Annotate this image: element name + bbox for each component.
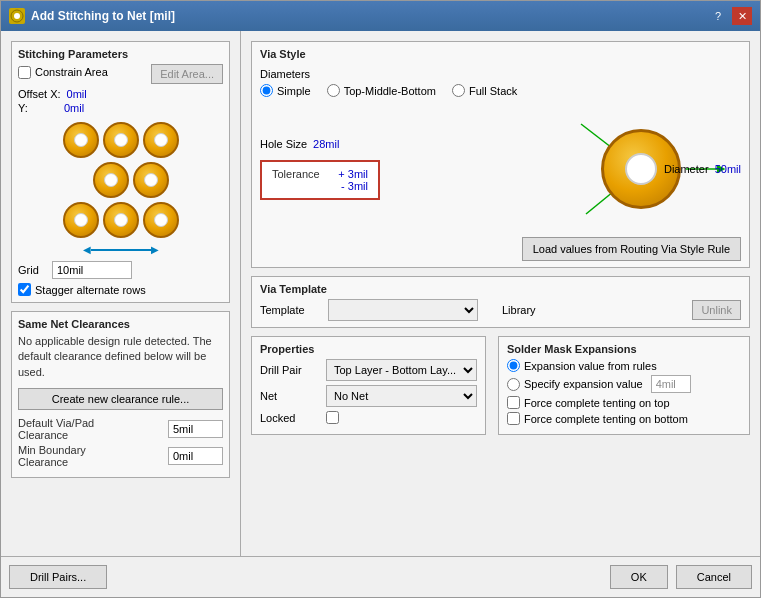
tolerance-plus-value: + 3mil: [338, 168, 368, 180]
offset-x-value: 0mil: [67, 88, 87, 100]
create-clearance-button[interactable]: Create new clearance rule...: [18, 388, 223, 410]
footer: Drill Pairs... OK Cancel: [1, 556, 760, 597]
stitching-params-section: Stitching Parameters Constrain Area Edit…: [11, 41, 230, 303]
tolerance-minus-value: - 3mil: [341, 180, 368, 192]
diameters-label: Diameters: [260, 68, 741, 80]
bottom-sections: Properties Drill Pair Top Layer - Bottom…: [251, 336, 750, 435]
template-select[interactable]: [328, 299, 478, 321]
constrain-area-row: Constrain Area: [18, 66, 108, 79]
stitching-params-title: Stitching Parameters: [18, 48, 223, 60]
via-diagram-area: Hole Size 28mil Tolerance + 3mil - 3mil: [260, 101, 741, 237]
properties-section: Properties Drill Pair Top Layer - Bottom…: [251, 336, 486, 435]
tolerance-minus-row: - 3mil: [272, 180, 368, 192]
via-row-3: [63, 202, 179, 238]
full-stack-label: Full Stack: [469, 85, 517, 97]
edit-area-button[interactable]: Edit Area...: [151, 64, 223, 84]
via-template-title: Via Template: [260, 283, 741, 295]
offset-y-row: Y: 0mil: [18, 102, 223, 114]
specify-expansion-row: Specify expansion value: [507, 375, 741, 393]
offset-x-label: Offset X:: [18, 88, 61, 100]
same-net-title: Same Net Clearances: [18, 318, 223, 330]
svg-point-1: [14, 13, 20, 19]
constrain-area-checkbox[interactable]: [18, 66, 31, 79]
via-7: [103, 202, 139, 238]
stagger-row: Stagger alternate rows: [18, 283, 223, 296]
diameter-value: 50mil: [715, 163, 741, 175]
hole-size-label: Hole Size: [260, 138, 307, 150]
unlink-button[interactable]: Unlink: [692, 300, 741, 320]
via-3: [143, 122, 179, 158]
via-diagram-container: Diameter 50mil: [541, 109, 741, 229]
offset-x-row: Offset X: 0mil: [18, 88, 223, 100]
big-via-hole: [625, 153, 657, 185]
simple-label: Simple: [277, 85, 311, 97]
min-boundary-label: Min BoundaryClearance: [18, 444, 164, 468]
net-select[interactable]: No Net: [326, 385, 477, 407]
app-icon: [9, 8, 25, 24]
solder-mask-title: Solder Mask Expansions: [507, 343, 741, 355]
via-5: [133, 162, 169, 198]
force-tenting-bottom-row: Force complete tenting on bottom: [507, 412, 741, 425]
grid-arrow: ◀ ▶: [83, 244, 159, 255]
via-row-2: [93, 162, 169, 198]
stagger-checkbox[interactable]: [18, 283, 31, 296]
cancel-button[interactable]: Cancel: [676, 565, 752, 589]
diameters-subsection: Diameters Simple Top-Middle-Bottom Fu: [260, 64, 741, 101]
specify-expansion-radio[interactable]: [507, 378, 520, 391]
top-middle-bottom-label: Top-Middle-Bottom: [344, 85, 436, 97]
via-1: [63, 122, 99, 158]
title-bar-left: Add Stitching to Net [mil]: [9, 8, 175, 24]
min-boundary-input[interactable]: [168, 447, 223, 465]
hole-size-value: 28mil: [313, 138, 339, 150]
top-middle-bottom-radio[interactable]: [327, 84, 340, 97]
net-row: Net No Net: [260, 385, 477, 407]
via-8: [143, 202, 179, 238]
top-middle-bottom-option: Top-Middle-Bottom: [327, 84, 436, 97]
tolerance-box: Tolerance + 3mil - 3mil: [260, 160, 380, 200]
default-via-pad-label: Default Via/PadClearance: [18, 417, 164, 441]
via-6: [63, 202, 99, 238]
diameter-display: Diameter 50mil: [664, 163, 741, 175]
full-stack-radio[interactable]: [452, 84, 465, 97]
full-stack-option: Full Stack: [452, 84, 517, 97]
expansion-from-rules-label: Expansion value from rules: [524, 360, 657, 372]
via-2: [103, 122, 139, 158]
force-tenting-top-checkbox[interactable]: [507, 396, 520, 409]
ok-button[interactable]: OK: [610, 565, 668, 589]
help-button[interactable]: ?: [708, 7, 728, 25]
specify-expansion-input[interactable]: [651, 375, 691, 393]
right-panel: Via Style Diameters Simple Top-Middle-Bo…: [241, 31, 760, 556]
hole-tolerance-container: Hole Size 28mil Tolerance + 3mil - 3mil: [260, 138, 380, 200]
close-button[interactable]: ✕: [732, 7, 752, 25]
stagger-label: Stagger alternate rows: [35, 284, 146, 296]
net-label: Net: [260, 390, 320, 402]
main-content: Stitching Parameters Constrain Area Edit…: [1, 31, 760, 556]
via-pattern: ◀ ▶: [18, 120, 223, 255]
force-tenting-bottom-checkbox[interactable]: [507, 412, 520, 425]
grid-label: Grid: [18, 264, 46, 276]
window-title: Add Stitching to Net [mil]: [31, 9, 175, 23]
expansion-from-rules-radio[interactable]: [507, 359, 520, 372]
drill-pairs-button[interactable]: Drill Pairs...: [9, 565, 107, 589]
drill-pair-select[interactable]: Top Layer - Bottom Lay...: [326, 359, 477, 381]
default-via-pad-input[interactable]: [168, 420, 223, 438]
via-style-section: Via Style Diameters Simple Top-Middle-Bo…: [251, 41, 750, 268]
load-values-button[interactable]: Load values from Routing Via Style Rule: [522, 237, 741, 261]
grid-row: Grid: [18, 261, 223, 279]
locked-label: Locked: [260, 412, 320, 424]
via-row-1: [63, 122, 179, 158]
simple-option: Simple: [260, 84, 311, 97]
grid-input[interactable]: [52, 261, 132, 279]
specify-expansion-label: Specify expansion value: [524, 378, 643, 390]
left-panel: Stitching Parameters Constrain Area Edit…: [1, 31, 241, 556]
drill-pair-row: Drill Pair Top Layer - Bottom Lay...: [260, 359, 477, 381]
solder-mask-section: Solder Mask Expansions Expansion value f…: [498, 336, 750, 435]
drill-pair-label: Drill Pair: [260, 364, 320, 376]
offset-y-value: 0mil: [64, 102, 84, 114]
locked-row: Locked: [260, 411, 477, 424]
load-values-container: Load values from Routing Via Style Rule: [260, 237, 741, 261]
main-window: Add Stitching to Net [mil] ? ✕ Stitching…: [0, 0, 761, 598]
simple-radio[interactable]: [260, 84, 273, 97]
locked-checkbox[interactable]: [326, 411, 339, 424]
hole-size-row: Hole Size 28mil: [260, 138, 380, 150]
